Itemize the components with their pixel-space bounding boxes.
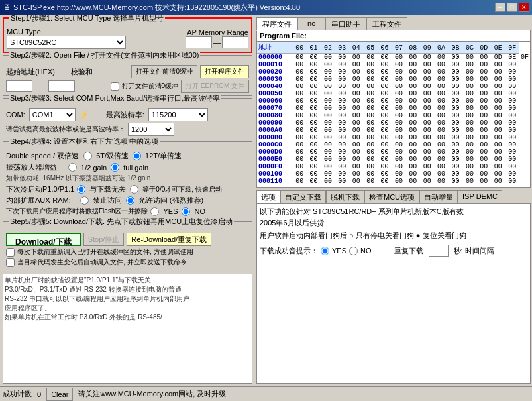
- max-baud-label: 最高波特率:: [106, 110, 144, 120]
- hex-val-cell: 00: [434, 76, 448, 83]
- hex-val-cell: 00: [307, 54, 321, 62]
- hex-val-cell: 00: [335, 105, 349, 112]
- success-label: 成功计数: [3, 389, 32, 399]
- hex-val-cell: 00: [462, 83, 476, 90]
- download-button[interactable]: Download/下载: [6, 233, 81, 246]
- hex-val-cell: 00: [420, 83, 434, 90]
- bottom-tabs: 选项 自定义下载 脱机下载 检查MCU选项 自动增量 ISP DEMC: [256, 190, 531, 203]
- hex-val-cell: 00: [293, 54, 307, 62]
- hex-val-cell: 00: [420, 156, 434, 163]
- aux-opt1-radio[interactable]: [80, 196, 89, 205]
- hex-val-cell: 00: [434, 134, 448, 141]
- app-icon: 🖥: [3, 3, 11, 12]
- hex-val-cell: 00: [462, 119, 476, 127]
- hex-val-cell: 00: [406, 170, 420, 178]
- hex-table-container[interactable]: 地址000102030405060708090A0B0C0D0E0F 00000…: [256, 42, 531, 188]
- hex-addr-header: 地址: [257, 42, 293, 54]
- bottom-tab-isp[interactable]: ISP DEMC: [458, 190, 502, 203]
- hex-val-cell: 00: [307, 90, 321, 97]
- hex-val-cell: 00: [321, 112, 335, 119]
- clear-check-checkbox[interactable]: [111, 82, 119, 91]
- p1-opt1-radio[interactable]: [77, 185, 85, 194]
- auto-reload-check[interactable]: [6, 258, 15, 267]
- auto-reload-check-label: 当目标代码发生变化后自动调入文件, 并立即发送下载命令: [17, 258, 187, 267]
- checksum-input[interactable]: 0: [48, 80, 75, 92]
- tab-serial[interactable]: 串口助手: [325, 17, 366, 30]
- bottom-line3: 用户软件启动内部看门狗后 ○ 只有停电关看门狗 ● 复位关看门狗: [260, 231, 466, 241]
- start-addr-input[interactable]: 0: [6, 80, 32, 92]
- hex-val-cell: 00: [363, 83, 377, 90]
- hex-val-cell: 00: [491, 83, 505, 90]
- close-button[interactable]: ✕: [519, 3, 529, 12]
- clear-button[interactable]: Clear: [46, 388, 73, 401]
- bottom-tab-check[interactable]: 检查MCU选项: [364, 190, 419, 203]
- erase-yes-radio[interactable]: [150, 207, 159, 216]
- redownload-button[interactable]: Re-Download/重复下载: [127, 233, 211, 246]
- mcu-type-select[interactable]: STC89C52RC: [7, 36, 126, 49]
- amp-full-radio[interactable]: [111, 163, 119, 172]
- hex-val-cell: 00: [491, 105, 505, 112]
- speed-12t-label: 12T/单倍速: [145, 151, 182, 161]
- com-select[interactable]: COM1: [29, 108, 76, 121]
- hex-val-cell: 00: [505, 141, 519, 148]
- stop-button[interactable]: Stop/停止: [83, 233, 125, 246]
- table-row: 00001000000000000000000000000000000000: [257, 61, 530, 68]
- bottom-content: 以下功能仅针对 STC89C51RC/RD+ 系列单片机新版本C版有效 2005…: [256, 203, 531, 384]
- hex-val-cell: 00: [449, 76, 462, 83]
- hex-val-cell: 00: [477, 61, 491, 68]
- hex-val-cell: 0E: [505, 54, 519, 62]
- sound-no-radio[interactable]: [349, 247, 358, 255]
- amp-half-radio[interactable]: [68, 163, 77, 172]
- hex-addr-cell: 0000F0: [257, 163, 293, 170]
- table-row: 00000000000000000000000000000000000D0E0F: [257, 54, 530, 62]
- hex-val-cell: 00: [477, 163, 491, 170]
- hex-val-cell: 00: [477, 148, 491, 156]
- speed-6t-radio[interactable]: [83, 152, 92, 160]
- open-prog-btn[interactable]: 打开程序文件: [200, 65, 249, 78]
- hex-val-cell: 00: [321, 97, 335, 105]
- hex-val-cell: 00: [293, 163, 307, 170]
- amp-note: 如带低功耗, 16MHz 以下振荡器增益可选 1/2 gain: [6, 174, 150, 183]
- p1-label: 下次冷启动P1.0/P1.1: [6, 184, 74, 194]
- hex-val-cell: 00: [449, 127, 462, 134]
- hex-val-cell: 00: [321, 141, 335, 148]
- reload-check[interactable]: [6, 248, 15, 257]
- open-eeprom-btn[interactable]: 打开 EEPROM 文件: [181, 80, 249, 93]
- erase-no-radio[interactable]: [182, 207, 190, 216]
- min-baud-select[interactable]: 1200: [128, 123, 174, 136]
- bottom-tab-auto[interactable]: 自动增量: [419, 190, 458, 203]
- tab-project[interactable]: 工程文件: [366, 17, 407, 30]
- p1-opt2-radio[interactable]: [130, 185, 138, 194]
- hex-val-cell: 00: [420, 76, 434, 83]
- bottom-tab-offline[interactable]: 脱机下载: [326, 190, 364, 203]
- hex-val-cell: 00: [491, 68, 505, 76]
- open-file-btn[interactable]: 打开文件前清0缓冲: [131, 65, 197, 78]
- hex-val-cell: 00: [307, 163, 321, 170]
- hex-addr-cell: 000090: [257, 119, 293, 127]
- maximize-button[interactable]: □: [507, 3, 517, 12]
- tab-program-file[interactable]: 程序文件: [256, 17, 297, 31]
- hex-val-cell: 00: [477, 105, 491, 112]
- bottom-tab-custom[interactable]: 自定义下载: [280, 190, 326, 203]
- range-from[interactable]: 0000: [186, 36, 212, 48]
- hex-val-cell: 00: [392, 76, 405, 83]
- amp-label: 振荡放大器增益:: [6, 162, 59, 172]
- minimize-button[interactable]: ─: [495, 3, 505, 12]
- sound-yes-radio[interactable]: [321, 247, 329, 255]
- hex-val-cell: 00: [392, 61, 405, 68]
- repeat-input[interactable]: [429, 245, 449, 257]
- max-baud-select[interactable]: 115200: [148, 108, 208, 121]
- range-to[interactable]: 1FFF: [222, 36, 248, 48]
- hex-val-cell: 00: [321, 90, 335, 97]
- hex-val-cell: 00: [505, 61, 519, 68]
- table-row: 00008000000000000000000000000000000000: [257, 112, 530, 119]
- hex-val-cell: 00: [293, 148, 307, 156]
- tab-no[interactable]: _no_: [297, 17, 325, 30]
- aux-opt2-radio[interactable]: [126, 196, 134, 205]
- hex-val-cell: 00: [363, 97, 377, 105]
- hex-addr-cell: 000020: [257, 68, 293, 76]
- bottom-tab-options[interactable]: 选项: [256, 190, 280, 203]
- speed-12t-radio[interactable]: [133, 152, 141, 160]
- hex-val-cell: 00: [420, 163, 434, 170]
- hex-val-cell: 00: [335, 112, 349, 119]
